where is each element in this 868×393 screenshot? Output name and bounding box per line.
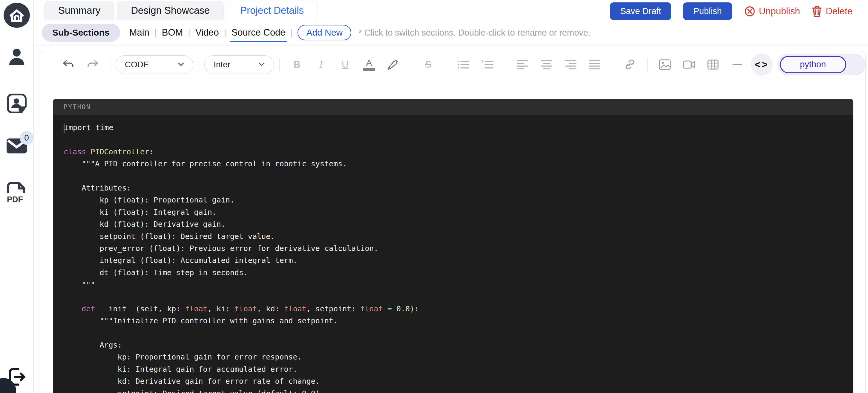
highlight-button[interactable] bbox=[382, 54, 404, 76]
section-bom[interactable]: BOM bbox=[162, 27, 183, 38]
underline-icon: U bbox=[342, 59, 348, 70]
section-source-code[interactable]: Source Code bbox=[231, 27, 285, 38]
code-token: prev_error (float): Previous error for d… bbox=[64, 244, 378, 253]
tab-summary[interactable]: Summary bbox=[44, 1, 115, 20]
block-format-select[interactable]: CODE bbox=[116, 55, 193, 74]
code-block-header: PYTHON bbox=[53, 99, 854, 115]
export-pdf-button[interactable]: PDF bbox=[7, 182, 27, 204]
contact-card-button[interactable] bbox=[7, 93, 27, 114]
code-token: dt (float): Time step in seconds. bbox=[64, 268, 248, 277]
code-token: ki (float): Integral gain. bbox=[64, 208, 217, 217]
insert-table-button[interactable] bbox=[702, 54, 724, 76]
home-icon bbox=[3, 2, 30, 28]
code-block-icon: <> bbox=[755, 59, 769, 70]
font-value: Inter bbox=[214, 60, 230, 69]
undo-icon bbox=[62, 59, 75, 70]
page-tabbar: Summary Design Showcase Project Details … bbox=[34, 0, 868, 20]
insert-image-button[interactable] bbox=[654, 54, 676, 76]
code-token: , ki: bbox=[208, 305, 235, 313]
section-video[interactable]: Video bbox=[195, 27, 219, 38]
code-line: setpoint (float): Desired target value. bbox=[64, 231, 854, 243]
language-pill-button[interactable]: python bbox=[780, 56, 846, 73]
add-new-section-button[interactable]: Add New bbox=[298, 25, 351, 40]
code-token: float bbox=[284, 305, 306, 313]
code-token: PIDController bbox=[91, 147, 149, 156]
italic-button[interactable]: I bbox=[310, 54, 332, 76]
code-token: """A PID controller for precise control … bbox=[64, 160, 347, 168]
mail-unread-badge: 0 bbox=[20, 131, 33, 145]
underline-button[interactable]: U bbox=[334, 54, 356, 76]
code-token bbox=[392, 305, 396, 313]
code-line: ki (float): Integral gain. bbox=[64, 206, 854, 218]
app-root: 0 PDF Summary bbox=[0, 0, 868, 393]
delete-button[interactable]: Delete bbox=[812, 6, 852, 17]
toolbar-divider bbox=[505, 58, 505, 72]
publish-button[interactable]: Publish bbox=[683, 2, 732, 20]
align-justify-button[interactable] bbox=[584, 54, 606, 76]
ordered-list-button[interactable]: 1 2 bbox=[476, 54, 499, 76]
tab-design-showcase[interactable]: Design Showcase bbox=[117, 1, 224, 20]
insert-video-button[interactable] bbox=[678, 54, 700, 76]
code-line: class PIDController: bbox=[64, 146, 854, 158]
code-line bbox=[64, 170, 854, 182]
code-line: def __init__(self, kp: float, ki: float,… bbox=[64, 303, 854, 315]
section-main[interactable]: Main bbox=[129, 27, 149, 38]
profile-button[interactable] bbox=[7, 49, 26, 67]
code-line: """ bbox=[64, 279, 854, 291]
code-block: PYTHON Import timeclass PIDController: "… bbox=[53, 99, 854, 393]
align-left-icon bbox=[517, 60, 528, 69]
bold-icon: B bbox=[293, 59, 300, 70]
code-line: ki: Integral gain for accumulated error. bbox=[64, 363, 854, 375]
table-icon bbox=[707, 59, 719, 70]
code-block-button[interactable]: <> bbox=[751, 54, 773, 76]
font-select[interactable]: Inter bbox=[204, 55, 274, 74]
align-center-button[interactable] bbox=[535, 54, 558, 76]
bullet-list-button[interactable] bbox=[452, 54, 475, 76]
code-line: kd: Derivative gain for error rate of ch… bbox=[64, 375, 854, 387]
code-token: __init__(self, kp: bbox=[95, 305, 185, 313]
code-line: """Initialize PID controller with gains … bbox=[64, 315, 854, 327]
section-separator: | bbox=[224, 28, 226, 38]
horizontal-rule-icon bbox=[733, 64, 742, 65]
code-line: kp: Proportional gain for error response… bbox=[64, 351, 854, 363]
code-token: float bbox=[235, 305, 257, 313]
code-line: Args: bbox=[64, 339, 854, 351]
save-draft-button[interactable]: Save Draft bbox=[610, 2, 671, 20]
unpublish-label: Unpublish bbox=[759, 6, 800, 17]
home-button[interactable] bbox=[3, 2, 30, 28]
code-token: Attributes: bbox=[64, 184, 131, 192]
toolbar-divider bbox=[110, 58, 110, 72]
unpublish-button[interactable]: Unpublish bbox=[744, 6, 800, 17]
code-token bbox=[86, 147, 91, 156]
code-line: Attributes: bbox=[64, 182, 854, 194]
text-color-icon: A bbox=[363, 58, 375, 71]
language-pill-container: python bbox=[777, 54, 866, 75]
sidebar: 0 PDF bbox=[0, 0, 34, 393]
ordered-list-icon: 1 2 bbox=[482, 59, 493, 70]
code-token bbox=[383, 305, 388, 313]
code-line bbox=[64, 327, 854, 339]
align-right-button[interactable] bbox=[559, 54, 582, 76]
highlight-icon bbox=[387, 59, 399, 71]
horizontal-rule-button[interactable] bbox=[726, 54, 748, 76]
editor-toolbar: CODE Inter B I U A bbox=[39, 51, 865, 78]
code-token: ): bbox=[410, 305, 419, 313]
redo-button[interactable] bbox=[82, 54, 104, 76]
strikethrough-button[interactable]: S bbox=[417, 54, 440, 76]
align-left-button[interactable] bbox=[512, 54, 534, 76]
align-center-icon bbox=[541, 60, 552, 69]
bold-button[interactable]: B bbox=[286, 54, 308, 76]
undo-button[interactable] bbox=[57, 54, 80, 76]
text-color-button[interactable]: A bbox=[358, 54, 380, 76]
main-area: Summary Design Showcase Project Details … bbox=[34, 0, 868, 393]
pdf-icon: PDF bbox=[7, 182, 27, 204]
code-token: def bbox=[82, 305, 95, 313]
link-button[interactable] bbox=[619, 54, 641, 76]
delete-label: Delete bbox=[826, 6, 852, 17]
redo-icon bbox=[86, 59, 99, 70]
tab-project-details[interactable]: Project Details bbox=[226, 1, 318, 20]
trash-icon bbox=[812, 6, 822, 17]
code-token: kd (float): Derivative gain. bbox=[64, 220, 225, 228]
code-editor[interactable]: Import timeclass PIDController: """A PID… bbox=[53, 115, 854, 393]
code-line: setpoint: Desired target value (default:… bbox=[64, 388, 854, 393]
